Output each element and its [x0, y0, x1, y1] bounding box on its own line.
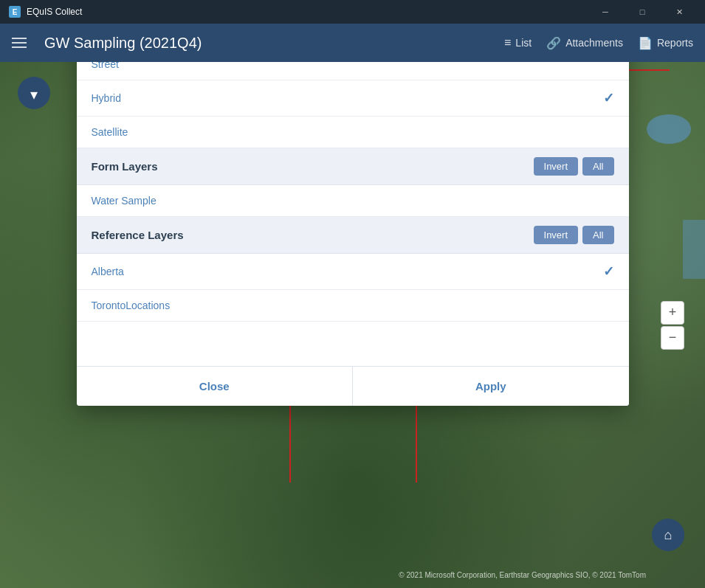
hybrid-check-icon: ✓ — [603, 90, 614, 106]
reference-layers-all-button[interactable]: All — [582, 226, 613, 244]
modal-spacer — [77, 322, 629, 366]
attachments-icon: 🔗 — [546, 36, 561, 50]
list-action[interactable]: ≡ List — [504, 36, 532, 49]
attachments-action[interactable]: 🔗 Attachments — [546, 36, 623, 50]
form-layers-buttons: Invert All — [534, 157, 614, 176]
reference-layers-invert-button[interactable]: Invert — [534, 226, 579, 244]
title-bar: E EQuIS Collect ─ □ ✕ — [0, 0, 705, 24]
alberta-item[interactable]: Alberta ✓ — [77, 254, 629, 290]
alberta-label: Alberta — [92, 266, 124, 277]
title-bar-controls: ─ □ ✕ — [588, 0, 696, 24]
apply-button[interactable]: Apply — [353, 367, 629, 406]
toronto-locations-item[interactable]: TorontoLocations — [77, 290, 629, 322]
form-layers-title: Form Layers — [92, 160, 158, 173]
attachments-label: Attachments — [565, 37, 623, 49]
reference-layers-buttons: Invert All — [534, 226, 614, 244]
toronto-locations-label: TorontoLocations — [92, 300, 171, 311]
app-icon: E — [9, 6, 21, 18]
water-sample-item[interactable]: Water Sample — [77, 185, 629, 217]
map-type-hybrid-item[interactable]: Hybrid ✓ — [77, 80, 629, 117]
close-button[interactable]: ✕ — [662, 0, 696, 24]
water-sample-label: Water Sample — [92, 195, 157, 207]
reports-icon: 📄 — [638, 36, 653, 50]
map-type-satellite-item[interactable]: Satellite — [77, 117, 629, 148]
list-icon: ≡ — [504, 36, 511, 49]
maximize-button[interactable]: □ — [625, 0, 659, 24]
map-settings-dialog: Map Type Street Hybrid ✓ Satellite Form … — [77, 18, 629, 406]
satellite-label: Satellite — [92, 126, 128, 138]
app-title: EQuIS Collect — [27, 7, 82, 17]
header-actions: ≡ List 🔗 Attachments 📄 Reports — [504, 36, 693, 50]
form-layers-invert-button[interactable]: Invert — [534, 157, 579, 176]
reports-action[interactable]: 📄 Reports — [638, 36, 693, 50]
app-header: GW Sampling (2021Q4) ≡ List 🔗 Attachment… — [0, 24, 705, 62]
reports-label: Reports — [657, 37, 693, 49]
reference-layers-section-header: Reference Layers Invert All — [77, 217, 629, 254]
hybrid-label: Hybrid — [92, 92, 121, 104]
minimize-button[interactable]: ─ — [588, 0, 622, 24]
modal-footer: Close Apply — [77, 366, 629, 406]
list-label: List — [515, 37, 532, 49]
alberta-check-icon: ✓ — [603, 263, 614, 280]
page-title: GW Sampling (2021Q4) — [44, 35, 504, 52]
modal-overlay: Map Type Street Hybrid ✓ Satellite Form … — [0, 0, 705, 588]
form-layers-all-button[interactable]: All — [582, 157, 613, 176]
close-dialog-button[interactable]: Close — [77, 367, 354, 406]
reference-layers-title: Reference Layers — [92, 229, 184, 241]
hamburger-button[interactable] — [12, 31, 35, 55]
title-bar-left: E EQuIS Collect — [9, 6, 82, 18]
form-layers-section-header: Form Layers Invert All — [77, 148, 629, 185]
